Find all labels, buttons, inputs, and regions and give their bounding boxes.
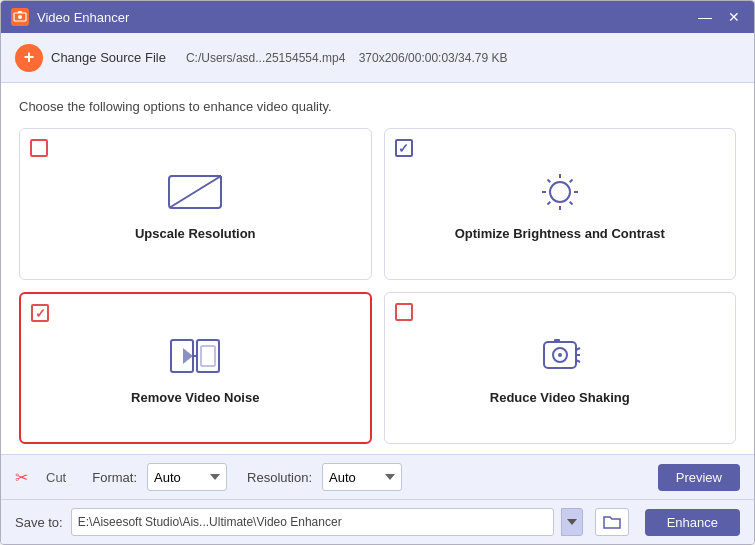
change-source-label: Change Source File [51, 50, 166, 65]
option-card-upscale[interactable]: Upscale Resolution [19, 128, 372, 280]
svg-point-23 [558, 353, 562, 357]
svg-line-12 [547, 179, 550, 182]
brightness-label: Optimize Brightness and Contrast [455, 226, 665, 241]
svg-rect-1 [18, 11, 22, 13]
minimize-button[interactable]: — [694, 10, 716, 24]
close-button[interactable]: ✕ [724, 10, 744, 24]
file-path: C:/Users/asd...25154554.mp4 [186, 51, 345, 65]
brightness-checkbox[interactable] [395, 139, 413, 157]
toolbar: + Change Source File C:/Users/asd...2515… [1, 33, 754, 83]
save-dropdown-button[interactable] [561, 508, 583, 536]
resolution-label: Resolution: [247, 470, 312, 485]
option-card-noise[interactable]: Remove Video Noise [19, 292, 372, 444]
shaking-checkbox[interactable] [395, 303, 413, 321]
file-meta: 370x206/00:00:03/34.79 KB [359, 51, 508, 65]
svg-line-15 [547, 201, 550, 204]
folder-button[interactable] [595, 508, 629, 536]
scissors-icon: ✂ [15, 468, 28, 487]
file-info: C:/Users/asd...25154554.mp4 370x206/00:0… [186, 51, 508, 65]
save-path-input[interactable] [71, 508, 554, 536]
option-card-shaking[interactable]: Reduce Video Shaking [384, 292, 737, 444]
cut-button[interactable]: Cut [38, 466, 74, 489]
brightness-icon [530, 168, 590, 216]
save-to-label: Save to: [15, 515, 63, 530]
save-bar: Save to: Enhance [1, 499, 754, 544]
window-controls: — ✕ [694, 10, 744, 24]
noise-icon [165, 332, 225, 380]
bottom-toolbar: ✂ Cut Format: Auto Resolution: Auto Prev… [1, 454, 754, 499]
svg-point-2 [18, 15, 22, 19]
window-title: Video Enhancer [37, 10, 694, 25]
svg-marker-18 [183, 348, 193, 364]
shaking-icon [530, 332, 590, 380]
svg-line-13 [569, 201, 572, 204]
change-source-button[interactable]: + Change Source File [15, 44, 166, 72]
titlebar: Video Enhancer — ✕ [1, 1, 754, 33]
svg-rect-20 [201, 346, 215, 366]
svg-point-7 [550, 182, 570, 202]
options-grid: Upscale Resolution [19, 128, 736, 444]
svg-rect-27 [554, 339, 560, 343]
upscale-label: Upscale Resolution [135, 226, 256, 241]
format-label: Format: [92, 470, 137, 485]
shaking-label: Reduce Video Shaking [490, 390, 630, 405]
plus-icon: + [15, 44, 43, 72]
upscale-icon [165, 168, 225, 216]
noise-label: Remove Video Noise [131, 390, 259, 405]
app-icon [11, 8, 29, 26]
format-dropdown[interactable]: Auto [147, 463, 227, 491]
main-window: Video Enhancer — ✕ + Change Source File … [0, 0, 755, 545]
resolution-dropdown[interactable]: Auto [322, 463, 402, 491]
preview-button[interactable]: Preview [658, 464, 740, 491]
option-card-brightness[interactable]: Optimize Brightness and Contrast [384, 128, 737, 280]
svg-line-4 [169, 176, 221, 208]
upscale-checkbox[interactable] [30, 139, 48, 157]
instructions-text: Choose the following options to enhance … [19, 99, 736, 114]
enhance-button[interactable]: Enhance [645, 509, 740, 536]
noise-checkbox[interactable] [31, 304, 49, 322]
svg-line-14 [569, 179, 572, 182]
main-content: Choose the following options to enhance … [1, 83, 754, 454]
